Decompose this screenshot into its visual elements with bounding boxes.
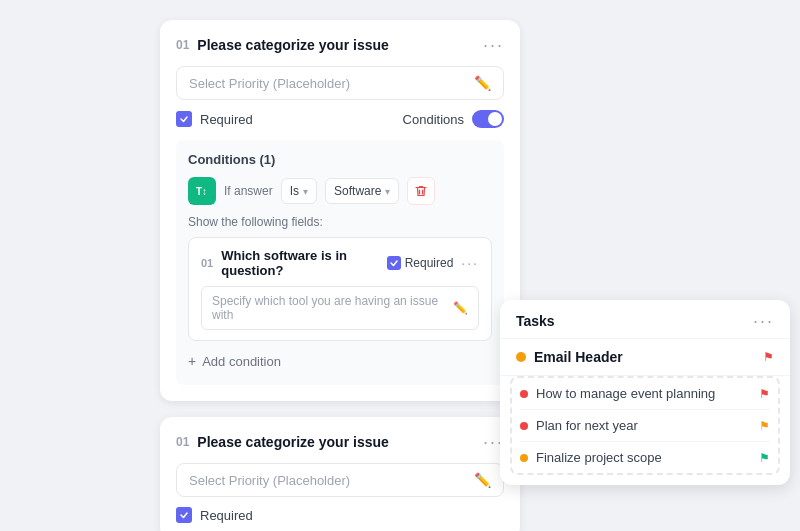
sub-required-badge: Required <box>387 256 454 270</box>
task-item-2-text: Plan for next year <box>536 418 638 433</box>
email-header-dot-icon <box>516 352 526 362</box>
card-1: 01 Please categorize your issue ··· Sele… <box>160 20 520 401</box>
card-2-header: 01 Please categorize your issue ··· <box>176 433 504 451</box>
condition-row: T↕ If answer Is ▾ Software ▾ <box>188 177 492 205</box>
task-item-3-flag-icon: ⚑ <box>759 451 770 465</box>
email-header-row: Email Header ⚑ <box>516 349 774 365</box>
conditions-section: Conditions (1) T↕ If answer Is ▾ Softwar… <box>176 140 504 385</box>
chevron-down-icon: ▾ <box>385 186 390 197</box>
task-dot-icon <box>520 422 528 430</box>
card-2-title-row: 01 Please categorize your issue <box>176 434 389 450</box>
sub-input-placeholder: Specify which tool you are having an iss… <box>212 294 453 322</box>
required-checkbox-group: Required <box>176 111 253 127</box>
card-2-required-label: Required <box>200 508 253 523</box>
tasks-panel: Tasks ··· Email Header ⚑ How to manage e… <box>500 300 790 485</box>
task-item-2: Plan for next year ⚑ <box>520 410 770 442</box>
email-header-left: Email Header <box>516 349 623 365</box>
add-condition-label: Add condition <box>202 354 281 369</box>
task-dot-icon <box>520 454 528 462</box>
sub-card: 01 Which software is in question? Requir… <box>188 237 492 341</box>
card-2-priority-input-row: Select Priority (Placeholder) ✏️ <box>176 463 504 497</box>
card-2-required-row: Required <box>176 507 504 523</box>
sub-required-checkbox[interactable] <box>387 256 401 270</box>
task-list: How to manage event planning ⚑ Plan for … <box>510 376 780 475</box>
sub-step-number: 01 <box>201 257 213 269</box>
edit-icon[interactable]: ✏️ <box>474 75 491 91</box>
show-fields-label: Show the following fields: <box>188 215 492 229</box>
card-1-title: Please categorize your issue <box>197 37 388 53</box>
card-2-edit-icon[interactable]: ✏️ <box>474 472 491 488</box>
email-header-title: Email Header <box>534 349 623 365</box>
delete-condition-button[interactable] <box>407 177 435 205</box>
tasks-more-options-button[interactable]: ··· <box>753 312 774 330</box>
priority-input-row: Select Priority (Placeholder) ✏️ <box>176 66 504 100</box>
conditions-toggle[interactable] <box>472 110 504 128</box>
more-options-button[interactable]: ··· <box>483 36 504 54</box>
task-item-3-left: Finalize project scope <box>520 450 662 465</box>
sub-required-label: Required <box>405 256 454 270</box>
email-header-section: Email Header ⚑ <box>500 339 790 376</box>
sub-card-title: Which software is in question? <box>221 248 386 278</box>
task-item-3-text: Finalize project scope <box>536 450 662 465</box>
sub-edit-icon[interactable]: ✏️ <box>453 301 468 315</box>
add-condition-button[interactable]: + Add condition <box>188 349 281 373</box>
if-answer-label: If answer <box>224 184 273 198</box>
task-item-1: How to manage event planning ⚑ <box>520 378 770 410</box>
tasks-header: Tasks ··· <box>500 300 790 339</box>
sub-card-title-row: 01 Which software is in question? <box>201 248 387 278</box>
card-1-title-row: 01 Please categorize your issue <box>176 37 389 53</box>
sub-more-options-button[interactable]: ··· <box>461 256 479 270</box>
tasks-title: Tasks <box>516 313 555 329</box>
card-2-required-checkbox[interactable] <box>176 507 192 523</box>
is-select[interactable]: Is ▾ <box>281 178 317 204</box>
plus-icon: + <box>188 353 196 369</box>
step-number: 01 <box>176 38 189 52</box>
task-item-1-left: How to manage event planning <box>520 386 715 401</box>
card-2-priority-placeholder: Select Priority (Placeholder) <box>189 473 350 488</box>
sub-input-row: Specify which tool you are having an iss… <box>201 286 479 330</box>
email-header-flag-icon: ⚑ <box>763 350 774 364</box>
software-select[interactable]: Software ▾ <box>325 178 399 204</box>
task-dot-icon <box>520 390 528 398</box>
condition-type-icon: T↕ <box>188 177 216 205</box>
required-label: Required <box>200 112 253 127</box>
task-item-1-text: How to manage event planning <box>536 386 715 401</box>
conditions-label: Conditions <box>403 112 464 127</box>
card-2-step-number: 01 <box>176 435 189 449</box>
task-item-3: Finalize project scope ⚑ <box>520 442 770 473</box>
card-2-required-checkbox-group: Required <box>176 507 253 523</box>
card-1-header: 01 Please categorize your issue ··· <box>176 36 504 54</box>
chevron-down-icon: ▾ <box>303 186 308 197</box>
task-item-1-flag-icon: ⚑ <box>759 387 770 401</box>
required-row: Required Conditions <box>176 110 504 128</box>
required-checkbox[interactable] <box>176 111 192 127</box>
task-item-2-flag-icon: ⚑ <box>759 419 770 433</box>
card-2: 01 Please categorize your issue ··· Sele… <box>160 417 520 531</box>
task-item-2-left: Plan for next year <box>520 418 638 433</box>
svg-text:T↕: T↕ <box>196 186 207 197</box>
sub-card-header: 01 Which software is in question? Requir… <box>201 248 479 278</box>
conditions-count: Conditions (1) <box>188 152 492 167</box>
conditions-toggle-group: Conditions <box>403 110 504 128</box>
card-2-title: Please categorize your issue <box>197 434 388 450</box>
priority-placeholder: Select Priority (Placeholder) <box>189 76 350 91</box>
